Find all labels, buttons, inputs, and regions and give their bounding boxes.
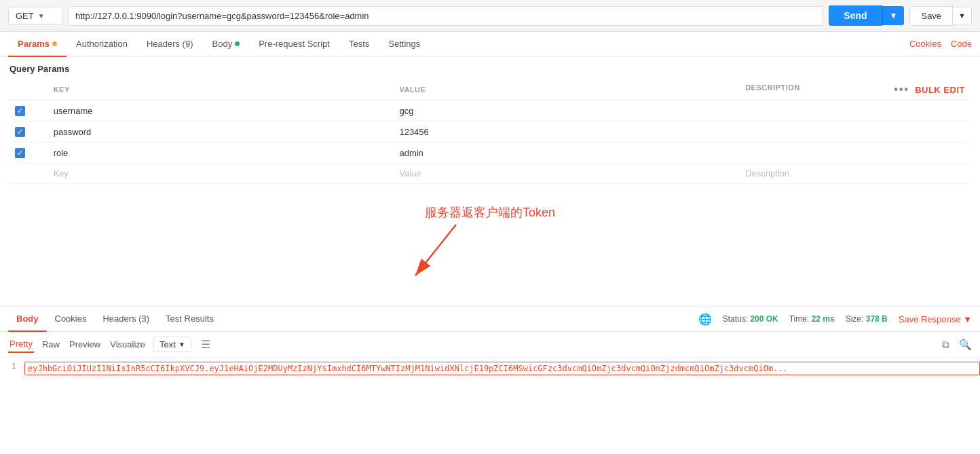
row-key-cell[interactable]: username xyxy=(48,100,394,121)
checkbox[interactable]: ✓ xyxy=(15,148,25,158)
tab-authorization[interactable]: Authorization xyxy=(67,32,137,57)
search-icon[interactable]: 🔍 xyxy=(959,339,972,351)
table-row: ✓ username gcg xyxy=(10,100,970,121)
col-desc-header: DESCRIPTION ••• Bulk Edit xyxy=(740,79,970,100)
params-dot xyxy=(52,41,57,46)
code-link[interactable]: Code xyxy=(951,39,972,49)
request-tabs-row: Params Authorization Headers (9) Body Pr… xyxy=(0,32,980,57)
line-number: 1 xyxy=(0,362,24,375)
row-checkbox-cell: ✓ xyxy=(10,100,48,121)
status-value: 200 OK xyxy=(750,314,778,324)
response-tab-cookies[interactable]: Cookies xyxy=(47,307,95,332)
method-selector[interactable]: GET ▼ xyxy=(8,7,62,25)
response-tab-headers[interactable]: Headers (3) xyxy=(94,307,157,332)
table-row: ✓ password 123456 xyxy=(10,121,970,143)
row-key-cell[interactable]: password xyxy=(48,121,394,143)
tab-tests[interactable]: Tests xyxy=(339,32,379,57)
tab-headers[interactable]: Headers (9) xyxy=(137,32,203,57)
format-tab-pretty[interactable]: Pretty xyxy=(8,336,34,353)
row-checkbox-cell: ✓ xyxy=(10,121,48,143)
row-value-cell[interactable]: 123456 xyxy=(394,121,740,143)
token-value[interactable]: eyJhbGciOiJIUzI1NiIsInR5cCI6IkpXVCJ9.eyJ… xyxy=(24,362,980,375)
col-check-header xyxy=(10,79,48,100)
time-value: 22 ms xyxy=(812,314,835,324)
time-label: Time: 22 ms xyxy=(789,314,835,324)
send-button[interactable]: Send xyxy=(829,5,882,26)
query-params-title: Query Params xyxy=(10,64,970,74)
row-value-cell[interactable]: gcg xyxy=(394,100,740,121)
row-checkbox-cell: ✓ xyxy=(10,143,48,164)
save-response-button[interactable]: Save Response ▼ xyxy=(899,314,972,324)
checkbox[interactable]: ✓ xyxy=(15,127,25,137)
url-input[interactable] xyxy=(68,6,823,26)
text-format-dropdown[interactable]: Text ▼ xyxy=(153,337,191,352)
body-dot xyxy=(235,41,240,46)
params-table: KEY VALUE DESCRIPTION ••• Bulk Edit ✓ xyxy=(10,79,970,184)
more-options-icon[interactable]: ••• xyxy=(894,83,909,96)
response-meta-area: 🌐 Status: 200 OK Time: 22 ms Size: 378 B… xyxy=(698,313,972,326)
save-dropdown-button[interactable]: ▼ xyxy=(953,7,972,24)
cookies-link[interactable]: Cookies xyxy=(909,39,941,49)
text-format-label: Text xyxy=(159,339,176,349)
method-chevron-icon: ▼ xyxy=(38,12,45,20)
bottom-panel: Body Cookies Headers (3) Test Results 🌐 … xyxy=(0,306,980,379)
send-btn-group: Send ▼ xyxy=(829,5,904,26)
bulk-edit-button[interactable]: Bulk Edit xyxy=(915,85,965,95)
tab-settings[interactable]: Settings xyxy=(379,32,430,57)
table-row: ✓ role admin xyxy=(10,143,970,164)
row-key-cell[interactable]: role xyxy=(48,143,394,164)
table-row-placeholder: Key Value Description xyxy=(10,164,970,184)
response-format-row: Pretty Raw Preview Visualize Text ▼ ☰ ⧉ … xyxy=(0,332,980,358)
tab-params[interactable]: Params xyxy=(8,32,67,57)
save-btn-group: Save ▼ xyxy=(909,6,972,26)
tab-body[interactable]: Body xyxy=(203,32,250,57)
checkbox[interactable]: ✓ xyxy=(15,106,25,116)
text-format-chevron-icon: ▼ xyxy=(178,341,185,348)
row-description-cell[interactable] xyxy=(740,143,970,164)
annotation-area: 服务器返客户端的Token xyxy=(0,184,980,306)
method-label: GET xyxy=(16,11,34,21)
url-bar: GET ▼ Send ▼ Save ▼ xyxy=(0,0,980,32)
tab-pre-request[interactable]: Pre-request Script xyxy=(249,32,339,57)
col-value-header: VALUE xyxy=(394,79,740,100)
row-description-cell[interactable] xyxy=(740,100,970,121)
format-tab-visualize[interactable]: Visualize xyxy=(109,337,147,352)
response-tab-test-results[interactable]: Test Results xyxy=(157,307,222,332)
send-dropdown-button[interactable]: ▼ xyxy=(882,6,905,25)
placeholder-desc[interactable]: Description xyxy=(740,164,970,184)
copy-icon[interactable]: ⧉ xyxy=(942,339,949,351)
row-value-cell[interactable]: admin xyxy=(394,143,740,164)
tab-right-area: Cookies Code xyxy=(909,39,972,49)
arrow-icon xyxy=(402,218,483,286)
format-tab-preview[interactable]: Preview xyxy=(68,337,102,352)
size-value: 378 B xyxy=(866,314,888,324)
placeholder-key[interactable]: Key xyxy=(48,164,394,184)
globe-icon: 🌐 xyxy=(698,313,712,326)
col-key-header: KEY xyxy=(48,79,394,100)
size-label: Size: 378 B xyxy=(846,314,888,324)
save-button[interactable]: Save xyxy=(909,6,953,26)
status-label: Status: 200 OK xyxy=(723,314,778,324)
format-lines-icon[interactable]: ☰ xyxy=(201,338,210,351)
svg-line-1 xyxy=(415,225,456,276)
token-line: 1 eyJhbGciOiJIUzI1NiIsInR5cCI6IkpXVCJ9.e… xyxy=(0,358,980,379)
query-params-section: Query Params KEY VALUE DESCRIPTION ••• B… xyxy=(0,57,980,184)
row-description-cell[interactable] xyxy=(740,121,970,143)
format-tab-raw[interactable]: Raw xyxy=(41,337,61,352)
placeholder-check xyxy=(10,164,48,184)
response-tab-body[interactable]: Body xyxy=(8,307,47,332)
response-tabs-row: Body Cookies Headers (3) Test Results 🌐 … xyxy=(0,307,980,332)
placeholder-value[interactable]: Value xyxy=(394,164,740,184)
